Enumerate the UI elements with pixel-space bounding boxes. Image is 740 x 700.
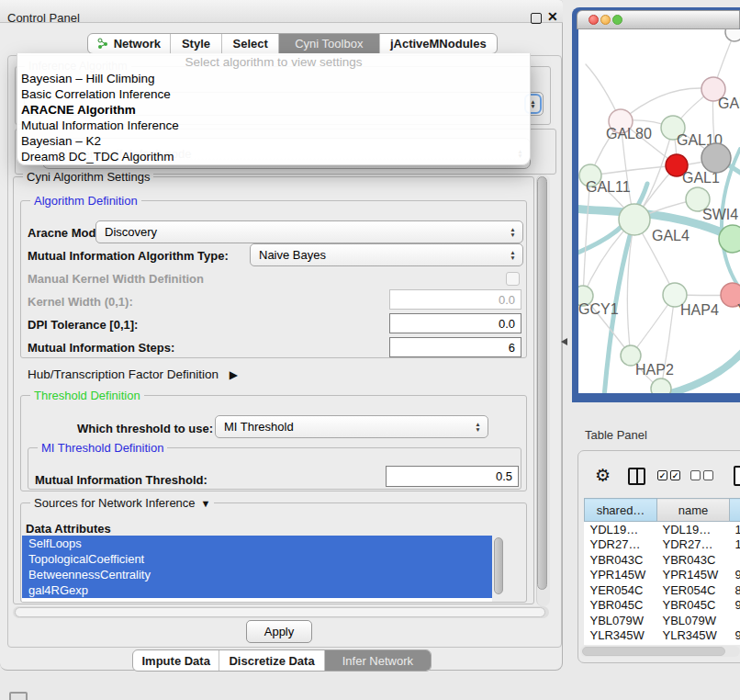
data-attribute-item[interactable]: TopologicalCoefficient xyxy=(22,551,492,567)
kernel-width-label: Kernel Width (0,1): xyxy=(28,295,133,309)
table-cell[interactable]: 9. xyxy=(730,568,740,583)
table-row[interactable]: YPR145WYPR145W9. xyxy=(585,568,740,583)
mi-steps-field[interactable]: 6 xyxy=(389,337,521,357)
algorithm-option[interactable]: Bayesian – Hill Climbing xyxy=(17,71,530,86)
table-cell[interactable]: YDL19… xyxy=(585,522,657,537)
algorithm-option[interactable]: ARACNE Algorithm xyxy=(17,102,530,118)
algorithm-option[interactable]: Basic Correlation Inference xyxy=(17,86,530,102)
network-node[interactable] xyxy=(725,29,740,41)
table-cell[interactable]: YBR045C xyxy=(657,598,730,614)
table-cell[interactable]: YBL079W xyxy=(657,613,730,628)
table-cell[interactable]: YLR345W xyxy=(657,628,730,644)
sources-title[interactable]: Sources for Network Inference xyxy=(30,496,214,510)
table-cell[interactable]: YER054C xyxy=(585,582,657,598)
table-cell[interactable]: YPR145W xyxy=(585,568,657,583)
tab-discretize-data[interactable]: Discretize Data xyxy=(219,650,324,671)
manual-kernel-label: Manual Kernel Width Definition xyxy=(28,272,204,286)
table-cell[interactable]: YDL19… xyxy=(657,522,730,537)
aracne-mode-stepper-icon xyxy=(506,224,520,240)
table-cell[interactable]: YDR27… xyxy=(585,537,657,553)
table-cell[interactable]: 12 xyxy=(730,537,740,553)
dpi-tolerance-field[interactable]: 0.0 xyxy=(389,313,521,333)
network-node[interactable] xyxy=(719,225,740,253)
table-cell[interactable]: 9. xyxy=(730,628,740,644)
network-node[interactable] xyxy=(701,143,731,173)
document-icon[interactable] xyxy=(734,466,740,486)
table-cell[interactable] xyxy=(730,613,740,628)
data-attributes-list[interactable]: SelfLoopsTopologicalCoefficientBetweenne… xyxy=(22,536,492,602)
algorithm-option[interactable]: Bayesian – K2 xyxy=(17,133,530,149)
close-icon[interactable] xyxy=(547,9,558,24)
attributes-list-scrollbar[interactable] xyxy=(494,537,503,594)
network-edge[interactable] xyxy=(621,88,713,121)
float-window-icon[interactable] xyxy=(531,13,542,24)
unchecked-box-icon-2[interactable] xyxy=(703,470,713,480)
kernel-width-field[interactable]: 0.0 xyxy=(389,289,521,310)
table-column-header[interactable]: name xyxy=(657,499,730,522)
checked-box-icon-2[interactable] xyxy=(670,470,680,480)
algorithm-option[interactable]: Mutual Information Inference xyxy=(17,118,530,133)
close-traffic-light-icon[interactable] xyxy=(589,15,599,25)
manual-kernel-checkbox[interactable] xyxy=(506,272,520,286)
table-cell[interactable]: YBR043C xyxy=(585,552,657,568)
hub-tf-expander[interactable]: Hub/Transcription Factor Definition xyxy=(28,367,238,381)
table-cell[interactable]: YIL052C xyxy=(657,643,730,645)
table-cell[interactable]: YER054C xyxy=(657,582,730,598)
table-row[interactable]: YLR345WYLR345W9. xyxy=(585,628,740,644)
network-node-gal4[interactable] xyxy=(619,204,650,235)
zoom-traffic-light-icon[interactable] xyxy=(612,15,622,25)
table-cell[interactable]: YBR045C xyxy=(585,598,657,614)
table-cell[interactable]: YBR043C xyxy=(657,552,730,568)
tab-select[interactable]: Select xyxy=(222,34,279,53)
checked-box-icon-1[interactable] xyxy=(657,470,667,480)
settings-vscrollbar-thumb[interactable] xyxy=(537,176,547,590)
tab-infer-network[interactable]: Infer Network xyxy=(325,650,431,671)
unchecked-box-icon-1[interactable] xyxy=(690,470,701,480)
table-cell[interactable]: YDR27… xyxy=(657,537,730,553)
data-attribute-item[interactable]: BetweennessCentrality xyxy=(22,567,492,582)
data-attribute-item[interactable]: gal4RGexp xyxy=(22,582,492,598)
mi-type-combo[interactable]: Naive Bayes xyxy=(250,243,523,266)
apply-button[interactable]: Apply xyxy=(246,620,312,643)
network-node[interactable] xyxy=(651,378,671,393)
table-cell[interactable]: YBL079W xyxy=(585,613,657,628)
aracne-mode-combo[interactable]: Discovery xyxy=(95,220,523,243)
table-cell[interactable]: YPR145W xyxy=(657,568,730,583)
table-row[interactable]: YIL052CYIL052C9. xyxy=(585,643,740,645)
settings-hscrollbar-thumb[interactable] xyxy=(15,607,545,617)
column-split-icon[interactable] xyxy=(628,468,645,485)
table-row[interactable]: YBR045CYBR045C9. xyxy=(585,598,740,614)
tab-cyni-toolbox[interactable]: Cyni Toolbox xyxy=(279,34,380,53)
table-cell[interactable]: 13 xyxy=(730,522,740,537)
tab-jactivemnodules[interactable]: jActiveMNodules xyxy=(380,34,497,53)
table-row[interactable]: YDR27…YDR27…12 xyxy=(585,537,740,553)
table-cell[interactable]: 9. xyxy=(730,643,740,645)
gear-icon[interactable] xyxy=(595,465,611,486)
tab-style[interactable]: Style xyxy=(171,34,223,53)
table-row[interactable]: YER054CYER054C8. xyxy=(585,582,740,598)
which-threshold-combo[interactable]: MI Threshold xyxy=(215,415,488,438)
mi-threshold-field[interactable]: 0.5 xyxy=(386,466,519,487)
table-cell[interactable]: 8. xyxy=(730,582,740,598)
table-row[interactable]: YBL079WYBL079W xyxy=(585,613,740,628)
table-hscrollbar-thumb[interactable] xyxy=(582,647,725,656)
algorithm-option[interactable]: Dream8 DC_TDC Algorithm xyxy=(17,149,530,164)
minimize-traffic-light-icon[interactable] xyxy=(600,15,611,25)
table-cell[interactable] xyxy=(730,552,740,568)
table-cell[interactable]: 9. xyxy=(730,598,740,614)
screenshot-root: Control Panel Network Style Select Cyni … xyxy=(0,0,740,700)
table-column-header[interactable]: shared… xyxy=(585,499,657,522)
table-column-header[interactable] xyxy=(730,499,740,522)
table-row[interactable]: YDL19…YDL19…13 xyxy=(585,522,740,537)
table-row[interactable]: YBR043CYBR043C xyxy=(585,552,740,568)
mi-threshold-title: MI Threshold Definition xyxy=(38,441,167,455)
data-attribute-item[interactable]: SelfLoops xyxy=(22,536,492,551)
mi-type-value: Naive Bayes xyxy=(259,248,326,262)
network-edge[interactable] xyxy=(590,165,677,175)
network-canvas[interactable]: GALGAL80GAL10GAL1GAL11SWI4GAL4GCY1HAP4YH… xyxy=(578,29,740,393)
table-cell[interactable]: YLR345W xyxy=(585,628,657,644)
tab-impute-data[interactable]: Impute Data xyxy=(133,650,219,671)
tab-network[interactable]: Network xyxy=(88,34,171,53)
dock-panel-icon[interactable] xyxy=(9,692,28,700)
table-cell[interactable]: YIL052C xyxy=(585,643,657,645)
